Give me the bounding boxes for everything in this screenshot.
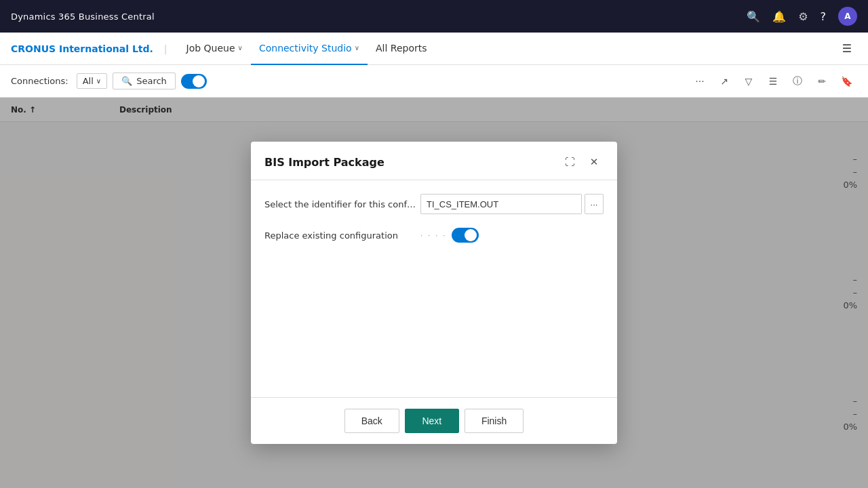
- dialog: BIS Import Package ⛶ ✕ Select the identi…: [251, 142, 617, 444]
- top-bar-icons: 🔍 🔔 ⚙ ? A: [747, 7, 857, 26]
- chevron-down-icon: ∨: [355, 44, 359, 52]
- top-bar-left: Dynamics 365 Business Central: [11, 12, 155, 22]
- replace-toggle[interactable]: [452, 228, 479, 243]
- nav-item-connectivity-studio[interactable]: Connectivity Studio ∨: [251, 33, 368, 65]
- more-button[interactable]: ···: [689, 70, 711, 92]
- company-name[interactable]: CRONUS International Ltd.: [11, 43, 153, 54]
- nav-item-job-queue[interactable]: Job Queue ∨: [178, 33, 251, 65]
- help-icon[interactable]: ?: [821, 10, 827, 23]
- avatar[interactable]: A: [838, 7, 857, 26]
- top-bar: Dynamics 365 Business Central 🔍 🔔 ⚙ ? A: [0, 0, 868, 33]
- ellipsis-button[interactable]: ···: [585, 194, 604, 214]
- field-label-replace: Replace existing configuration: [264, 230, 420, 241]
- all-label: All: [83, 76, 94, 86]
- finish-button[interactable]: Finish: [465, 409, 524, 433]
- filter-icon[interactable]: ▽: [738, 70, 760, 92]
- field-value-replace: · · · ·: [420, 228, 604, 243]
- toggle-thumb: [193, 75, 205, 87]
- chevron-down-icon: ∨: [238, 44, 243, 52]
- expand-icon[interactable]: ⛶: [560, 152, 579, 171]
- dialog-footer: Back Next Finish: [251, 398, 617, 444]
- search-icon: 🔍: [121, 76, 132, 86]
- notification-icon[interactable]: 🔔: [772, 10, 786, 23]
- info-icon[interactable]: ⓘ: [787, 70, 808, 92]
- identifier-input[interactable]: [420, 194, 582, 214]
- toolbar-right: ··· ↗ ▽ ☰ ⓘ ✏ 🔖: [689, 70, 857, 92]
- hamburger-button[interactable]: ☰: [837, 39, 857, 58]
- next-button[interactable]: Next: [405, 409, 459, 433]
- share-icon[interactable]: ↗: [713, 70, 735, 92]
- new-toggle[interactable]: [181, 74, 207, 89]
- nav-item-all-reports[interactable]: All Reports: [368, 33, 435, 65]
- search-button[interactable]: 🔍 Search: [113, 73, 176, 89]
- connections-label: Connections:: [11, 76, 68, 86]
- columns-icon[interactable]: ☰: [762, 70, 784, 92]
- settings-icon[interactable]: ⚙: [798, 10, 808, 23]
- toggle-dots: · · · ·: [420, 231, 446, 240]
- field-row-replace: Replace existing configuration · · · ·: [264, 228, 604, 243]
- search-icon[interactable]: 🔍: [747, 10, 760, 23]
- bookmark-icon[interactable]: 🔖: [835, 70, 857, 92]
- dialog-body: Select the identifier for this conf… ···…: [251, 180, 617, 397]
- app-name: Dynamics 365 Business Central: [11, 12, 155, 22]
- dialog-overlay: BIS Import Package ⛶ ✕ Select the identi…: [0, 98, 868, 488]
- back-button[interactable]: Back: [344, 409, 399, 433]
- nav-item-label: Job Queue: [186, 43, 235, 54]
- field-row-identifier: Select the identifier for this conf… ···: [264, 194, 604, 214]
- dialog-header-actions: ⛶ ✕: [560, 152, 604, 171]
- edit-icon[interactable]: ✏: [811, 70, 833, 92]
- nav-divider: |: [164, 43, 167, 54]
- search-label: Search: [136, 76, 167, 86]
- close-icon[interactable]: ✕: [585, 152, 604, 171]
- nav-item-label: Connectivity Studio: [259, 43, 352, 54]
- toggle-thumb: [465, 229, 477, 241]
- dialog-title: BIS Import Package: [264, 156, 384, 169]
- toolbar: Connections: All ∨ 🔍 Search ··· ↗ ▽ ☰ ⓘ …: [0, 65, 868, 98]
- chevron-down-icon: ∨: [96, 77, 101, 85]
- main-content: No. ↑ Description – – 0% – – 0% – – 0% B…: [0, 98, 868, 488]
- field-value-identifier: ···: [420, 194, 604, 214]
- field-label-identifier: Select the identifier for this conf…: [264, 199, 420, 209]
- nav-item-label: All Reports: [376, 43, 427, 54]
- nav-bar: CRONUS International Ltd. | Job Queue ∨ …: [0, 33, 868, 65]
- all-dropdown[interactable]: All ∨: [77, 73, 107, 89]
- dialog-header: BIS Import Package ⛶ ✕: [251, 142, 617, 180]
